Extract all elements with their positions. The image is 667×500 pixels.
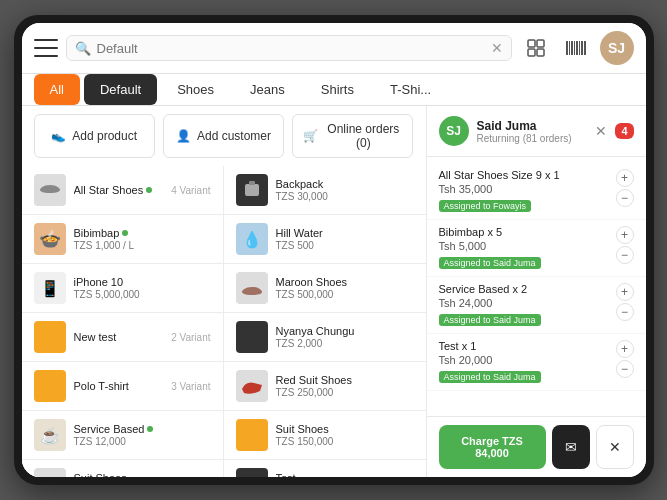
- list-item[interactable]: Test TZS 20,000: [224, 460, 426, 477]
- product-thumbnail: [236, 174, 268, 206]
- assigned-badge: Assigned to Said Juma: [439, 371, 541, 383]
- cart-item-price: Tsh 35,000: [439, 183, 610, 195]
- add-customer-button[interactable]: 👤 Add customer: [163, 114, 284, 158]
- svg-rect-10: [581, 41, 583, 55]
- availability-dot: [122, 230, 128, 236]
- customer-name: Said Juma: [477, 119, 588, 133]
- svg-rect-2: [528, 49, 535, 56]
- product-info: Nyanya Chungu TZS 2,000: [276, 325, 414, 349]
- cart-item-info: Service Based x 2 Tsh 24,000 Assigned to…: [439, 283, 610, 327]
- increment-button[interactable]: +: [616, 340, 634, 358]
- product-thumbnail: [236, 370, 268, 402]
- header-icons: SJ: [520, 31, 634, 65]
- cart-items: All Star Shoes Size 9 x 1 Tsh 35,000 Ass…: [427, 157, 646, 416]
- product-variant: 4 Variant: [171, 185, 210, 196]
- search-box[interactable]: 🔍 ✕: [66, 35, 512, 61]
- svg-rect-8: [576, 41, 578, 55]
- cart-item-controls: + −: [616, 226, 634, 264]
- discard-icon: ✕: [609, 439, 621, 455]
- list-item[interactable]: Nyanya Chungu TZS 2,000: [224, 313, 426, 362]
- list-item[interactable]: Maroon Shoes TZS 500,000: [224, 264, 426, 313]
- charge-button[interactable]: Charge TZS 84,000: [439, 425, 546, 469]
- product-grid: All Star Shoes 4 Variant Backpack TZS 3: [22, 166, 426, 477]
- add-product-button[interactable]: 👟 Add product: [34, 114, 155, 158]
- cart-item-price: Tsh 5,000: [439, 240, 610, 252]
- product-name: Service Based: [74, 423, 211, 435]
- email-icon: ✉: [565, 439, 577, 455]
- products-panel: 👟 Add product 👤 Add customer 🛒 Online or…: [22, 106, 426, 477]
- avatar[interactable]: SJ: [600, 31, 634, 65]
- product-price: TZS 30,000: [276, 191, 414, 202]
- product-variant: 2 Variant: [171, 332, 210, 343]
- cart-close-button[interactable]: ✕: [595, 123, 607, 139]
- cat-tab-tshirts[interactable]: T-Shi...: [374, 74, 447, 105]
- online-orders-button[interactable]: 🛒 Online orders (0): [292, 114, 413, 158]
- discard-button[interactable]: ✕: [596, 425, 634, 469]
- decrement-button[interactable]: −: [616, 360, 634, 378]
- list-item[interactable]: Suit Shoes TZS 250,000: [22, 460, 224, 477]
- decrement-button[interactable]: −: [616, 303, 634, 321]
- svg-rect-4: [566, 41, 568, 55]
- decrement-button[interactable]: −: [616, 189, 634, 207]
- list-item[interactable]: Polo T-shirt 3 Variant: [22, 362, 224, 411]
- tablet-screen: 🔍 ✕: [22, 23, 646, 477]
- email-button[interactable]: ✉: [552, 425, 590, 469]
- customer-avatar: SJ: [439, 116, 469, 146]
- svg-rect-13: [249, 181, 255, 185]
- product-thumbnail: [236, 468, 268, 477]
- cat-tab-all[interactable]: All: [34, 74, 80, 105]
- product-info: Red Suit Shoes TZS 250,000: [276, 374, 414, 398]
- product-thumbnail: [34, 321, 66, 353]
- cart-item: Service Based x 2 Tsh 24,000 Assigned to…: [427, 277, 646, 334]
- product-info: Bibimbap TZS 1,000 / L: [74, 227, 211, 251]
- cat-tab-shirts[interactable]: Shirts: [305, 74, 370, 105]
- cat-tab-jeans[interactable]: Jeans: [234, 74, 301, 105]
- list-item[interactable]: ☕ Service Based TZS 12,000: [22, 411, 224, 460]
- decrement-button[interactable]: −: [616, 246, 634, 264]
- cat-tab-default[interactable]: Default: [84, 74, 157, 105]
- product-info: Suit Shoes TZS 250,000: [74, 472, 211, 477]
- product-thumbnail: 💧: [236, 223, 268, 255]
- product-info: Maroon Shoes TZS 500,000: [276, 276, 414, 300]
- increment-button[interactable]: +: [616, 169, 634, 187]
- product-name: Hill Water: [276, 227, 414, 239]
- list-item[interactable]: 📱 iPhone 10 TZS 5,000,000: [22, 264, 224, 313]
- list-item[interactable]: 🍲 Bibimbap TZS 1,000 / L: [22, 215, 224, 264]
- list-item[interactable]: 💧 Hill Water TZS 500: [224, 215, 426, 264]
- tablet-frame: 🔍 ✕: [14, 15, 654, 485]
- hamburger-icon[interactable]: [34, 39, 58, 57]
- cart-footer: Charge TZS 84,000 ✉ ✕: [427, 416, 646, 477]
- cart-item-info: Test x 1 Tsh 20,000 Assigned to Said Jum…: [439, 340, 610, 384]
- cart-item-info: All Star Shoes Size 9 x 1 Tsh 35,000 Ass…: [439, 169, 610, 213]
- product-thumbnail: [236, 272, 268, 304]
- product-price: TZS 150,000: [276, 436, 414, 447]
- list-item[interactable]: Backpack TZS 30,000: [224, 166, 426, 215]
- product-info: Service Based TZS 12,000: [74, 423, 211, 447]
- svg-rect-5: [569, 41, 570, 55]
- product-variant: 3 Variant: [171, 381, 210, 392]
- increment-button[interactable]: +: [616, 283, 634, 301]
- assigned-badge: Assigned to Fowayis: [439, 200, 532, 212]
- cart-item-name: Bibimbap x 5: [439, 226, 610, 238]
- grid-icon[interactable]: [520, 32, 552, 64]
- product-info: iPhone 10 TZS 5,000,000: [74, 276, 211, 300]
- assigned-badge: Assigned to Said Juma: [439, 314, 541, 326]
- search-input[interactable]: [97, 41, 485, 56]
- availability-dot: [147, 426, 153, 432]
- cart-item-name: Service Based x 2: [439, 283, 610, 295]
- close-search-icon[interactable]: ✕: [491, 40, 503, 56]
- list-item[interactable]: New test 2 Variant: [22, 313, 224, 362]
- svg-rect-3: [537, 49, 544, 56]
- product-name: Nyanya Chungu: [276, 325, 414, 337]
- barcode-icon[interactable]: [560, 32, 592, 64]
- increment-button[interactable]: +: [616, 226, 634, 244]
- list-item[interactable]: All Star Shoes 4 Variant: [22, 166, 224, 215]
- product-thumbnail: 🍲: [34, 223, 66, 255]
- cart-item-price: Tsh 20,000: [439, 354, 610, 366]
- list-item[interactable]: Suit Shoes TZS 150,000: [224, 411, 426, 460]
- list-item[interactable]: Red Suit Shoes TZS 250,000: [224, 362, 426, 411]
- cat-tab-shoes[interactable]: Shoes: [161, 74, 230, 105]
- product-name: Polo T-shirt: [74, 380, 164, 392]
- product-name: Backpack: [276, 178, 414, 190]
- cart-item: Test x 1 Tsh 20,000 Assigned to Said Jum…: [427, 334, 646, 391]
